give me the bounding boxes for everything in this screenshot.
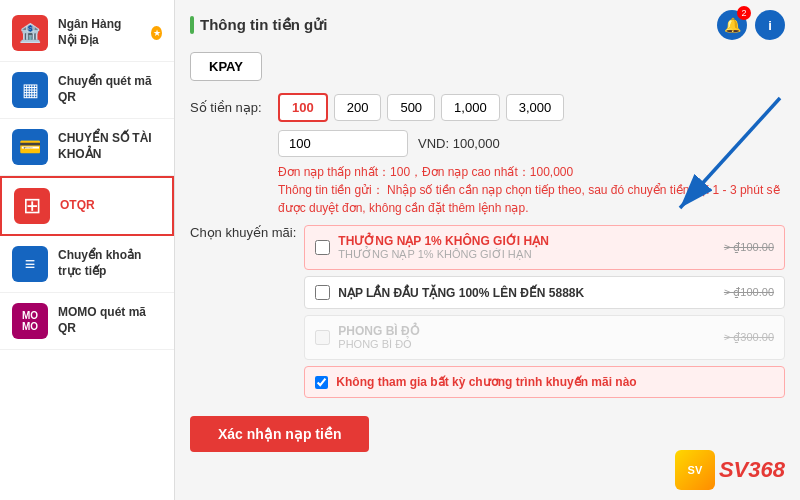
promo-sub-1: THƯỞNG NẠP 1% KHÔNG GIỚI HẠN — [338, 248, 716, 261]
desc-text: Thông tin tiền gửi： Nhập số tiền cần nạp… — [278, 181, 785, 217]
amount-btn-3000[interactable]: 3,000 — [506, 94, 565, 121]
sidebar-item-chuyen-qr[interactable]: ▦ Chuyển quét mã QR — [0, 62, 174, 119]
amount-input[interactable] — [278, 130, 408, 157]
sidebar-label-ngan-hang: Ngân Hàng Nội Địa — [58, 17, 141, 48]
info-text-block: Đơn nạp thấp nhất：100，Đơn nạp cao nhất：1… — [278, 163, 785, 217]
promo-checkbox-1[interactable] — [315, 240, 330, 255]
promo-name-1: THƯỞNG NẠP 1% KHÔNG GIỚI HẠN — [338, 234, 716, 248]
amount-row: Số tiền nạp: 100 200 500 1,000 3,000 — [190, 93, 785, 122]
main-content: Thông tin tiền gửi 🔔 2 i KPAY Số tiền nạ… — [175, 0, 800, 500]
info-button[interactable]: i — [755, 10, 785, 40]
info-icon: i — [768, 18, 772, 33]
bell-icon: 🔔 — [724, 17, 741, 33]
transfer-icon: 💳 — [12, 129, 48, 165]
section-title: Thông tin tiền gửi — [190, 16, 327, 34]
amount-btn-1000[interactable]: 1,000 — [441, 94, 500, 121]
promo-checkbox-2[interactable] — [315, 285, 330, 300]
direct-icon: ≡ — [12, 246, 48, 282]
amount-buttons: 100 200 500 1,000 3,000 — [278, 93, 564, 122]
top-bar: Thông tin tiền gửi 🔔 2 i — [190, 10, 785, 40]
sidebar-label-otqr: OTQR — [60, 198, 95, 214]
promo-label: Chọn khuyến mãi: — [190, 225, 296, 240]
logo-icon: SV — [675, 450, 715, 490]
sidebar-label-truc-tiep: Chuyển khoản trực tiếp — [58, 248, 162, 279]
sidebar: 🏦 Ngân Hàng Nội Địa ★ ▦ Chuyển quét mã Q… — [0, 0, 175, 500]
promo-sub-3: PHONG BÌ ĐỎ — [338, 338, 716, 351]
momo-icon: MOMO — [12, 303, 48, 339]
sidebar-label-momo: MOMO quét mã QR — [58, 305, 162, 336]
vnd-label: VND: 100,000 — [418, 136, 500, 151]
notification-badge: 2 — [737, 6, 751, 20]
submit-button[interactable]: Xác nhận nạp tiền — [190, 416, 369, 452]
amount-btn-200[interactable]: 200 — [334, 94, 382, 121]
promo-checkbox-3[interactable] — [315, 330, 330, 345]
promo-name-2: NẠP LẦN ĐẦU TẶNG 100% LÊN ĐẾN 5888K — [338, 286, 716, 300]
promo-content-2: NẠP LẦN ĐẦU TẶNG 100% LÊN ĐẾN 5888K — [338, 286, 716, 300]
payment-method-btn[interactable]: KPAY — [190, 52, 262, 81]
logo-text: SV368 — [719, 457, 785, 483]
star-badge: ★ — [151, 26, 162, 40]
sidebar-item-truc-tiep[interactable]: ≡ Chuyển khoản trực tiếp — [0, 236, 174, 293]
notification-button[interactable]: 🔔 2 — [717, 10, 747, 40]
promo-min-1: > ₫100.00 — [724, 241, 774, 254]
sidebar-item-otqr[interactable]: ⊞ OTQR — [0, 176, 174, 236]
promo-optout-checkbox[interactable] — [315, 376, 328, 389]
sidebar-item-ngan-hang[interactable]: 🏦 Ngân Hàng Nội Địa ★ — [0, 5, 174, 62]
top-icons: 🔔 2 i — [717, 10, 785, 40]
promo-item-2: NẠP LẦN ĐẦU TẶNG 100% LÊN ĐẾN 5888K > ₫1… — [304, 276, 785, 309]
promo-item-1: THƯỞNG NẠP 1% KHÔNG GIỚI HẠN THƯỞNG NẠP … — [304, 225, 785, 270]
sidebar-item-chuyen-so[interactable]: 💳 CHUYỂN SỐ TÀI KHOẢN — [0, 119, 174, 176]
promo-min-3: > ₫300.00 — [724, 331, 774, 344]
promo-optout-label: Không tham gia bất kỳ chương trình khuyế… — [336, 375, 636, 389]
logo-area: SV SV368 — [675, 450, 785, 490]
promo-content-1: THƯỞNG NẠP 1% KHÔNG GIỚI HẠN THƯỞNG NẠP … — [338, 234, 716, 261]
promo-content-3: PHONG BÌ ĐỎ PHONG BÌ ĐỎ — [338, 324, 716, 351]
submit-row: Xác nhận nạp tiền — [190, 416, 785, 452]
promo-optout: Không tham gia bất kỳ chương trình khuyế… — [304, 366, 785, 398]
amount-label: Số tiền nạp: — [190, 100, 270, 115]
promo-min-2: > ₫100.00 — [724, 286, 774, 299]
sidebar-label-chuyen-so: CHUYỂN SỐ TÀI KHOẢN — [58, 131, 162, 162]
min-max-text: Đơn nạp thấp nhất：100，Đơn nạp cao nhất：1… — [278, 163, 785, 181]
promo-item-3: PHONG BÌ ĐỎ PHONG BÌ ĐỎ > ₫300.00 — [304, 315, 785, 360]
promo-list: THƯỞNG NẠP 1% KHÔNG GIỚI HẠN THƯỞNG NẠP … — [304, 225, 785, 406]
promo-name-3: PHONG BÌ ĐỎ — [338, 324, 716, 338]
amount-btn-100[interactable]: 100 — [278, 93, 328, 122]
promo-section: Chọn khuyến mãi: THƯỞNG NẠP 1% KHÔNG GIỚ… — [190, 225, 785, 406]
qr-icon: ▦ — [12, 72, 48, 108]
amount-btn-500[interactable]: 500 — [387, 94, 435, 121]
bank-icon: 🏦 — [12, 15, 48, 51]
input-row: VND: 100,000 — [278, 130, 785, 157]
otqr-icon: ⊞ — [14, 188, 50, 224]
sidebar-item-momo[interactable]: MOMO MOMO quét mã QR — [0, 293, 174, 350]
sidebar-label-chuyen-qr: Chuyển quét mã QR — [58, 74, 162, 105]
